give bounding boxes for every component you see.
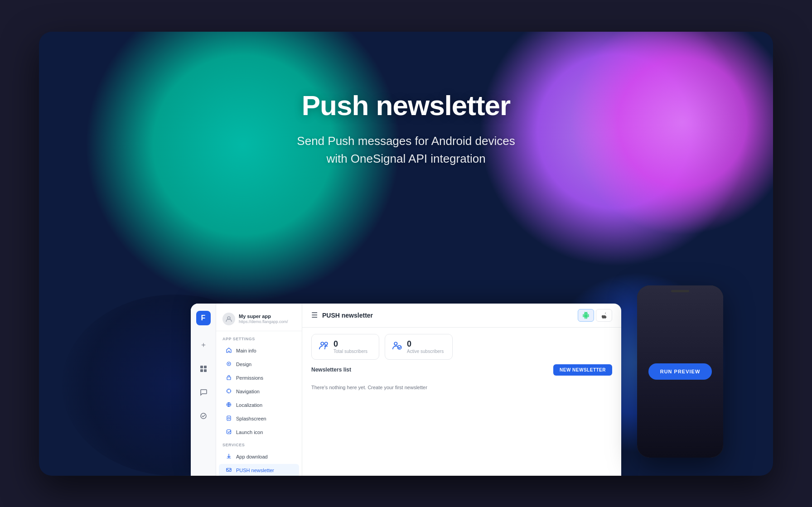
- topbar: ☰ PUSH newsletter: [302, 304, 621, 328]
- svg-rect-8: [227, 377, 231, 380]
- globe-icon: [225, 402, 232, 409]
- menu-hamburger-icon[interactable]: ☰: [311, 311, 318, 319]
- sidebar-app-info: My super app https://demo.flangapp.com/: [216, 309, 302, 331]
- compass-icon: [225, 388, 232, 395]
- nav-label-splashscreen: Splashscreen: [236, 416, 266, 421]
- sidebar-app-url: https://demo.flangapp.com/: [239, 319, 295, 324]
- add-icon[interactable]: ＋: [196, 338, 211, 352]
- svg-rect-2: [200, 369, 203, 372]
- newsletter-section: Newsletters list NEW NEWSLETTER There's …: [302, 364, 621, 476]
- sidebar-section-services: Services: [216, 441, 302, 450]
- phone-speaker: [671, 290, 689, 292]
- device-frame: Push newsletter Send Push messages for A…: [39, 32, 773, 476]
- chat-icon[interactable]: [196, 385, 211, 400]
- stats-row: 0 Total subscribers 0: [302, 328, 621, 364]
- total-subscribers-card: 0 Total subscribers: [311, 334, 379, 360]
- nav-label-app-download: App download: [236, 454, 268, 459]
- hero-title: Push newsletter: [302, 90, 510, 121]
- nav-item-push-newsletter[interactable]: PUSH newsletter: [219, 464, 299, 476]
- avatar: [222, 313, 235, 325]
- new-newsletter-button[interactable]: NEW NEWSLETTER: [553, 364, 612, 376]
- total-subscribers-number: 0: [334, 340, 367, 348]
- active-subscribers-icon: [392, 341, 402, 353]
- nav-label-navigation: Navigation: [236, 389, 260, 394]
- total-subscribers-label: Total subscribers: [334, 349, 367, 354]
- nav-item-navigation[interactable]: Navigation: [219, 385, 299, 398]
- app-logo-icon[interactable]: F: [196, 311, 211, 325]
- platform-selector: [578, 309, 612, 322]
- android-platform-button[interactable]: [578, 309, 594, 322]
- hero-section: Push newsletter Send Push messages for A…: [39, 32, 773, 227]
- lock-icon: [225, 375, 232, 381]
- svg-point-15: [321, 342, 324, 345]
- svg-point-17: [394, 342, 397, 345]
- nav-item-design[interactable]: Design: [219, 358, 299, 371]
- nav-item-main-info[interactable]: Main info: [219, 344, 299, 357]
- page-title: PUSH newsletter: [322, 312, 573, 319]
- download-icon: [225, 454, 232, 460]
- svg-rect-14: [227, 468, 231, 471]
- splashscreen-icon: [225, 415, 232, 422]
- newsletter-icon: [225, 467, 232, 474]
- nav-item-splashscreen[interactable]: Splashscreen: [219, 412, 299, 425]
- active-subscribers-number: 0: [407, 340, 444, 348]
- app-panel: F ＋: [191, 304, 621, 476]
- home-icon: [225, 348, 232, 354]
- newsletter-header: Newsletters list NEW NEWSLETTER: [311, 364, 612, 376]
- subscribers-icon: [319, 341, 329, 353]
- stat-active-info: 0 Active subscribers: [407, 340, 444, 354]
- svg-point-16: [324, 342, 327, 345]
- hero-subtitle: Send Push messages for Android devices w…: [297, 132, 515, 168]
- nav-label-push-newsletter: PUSH newsletter: [236, 468, 274, 473]
- sidebar-section-app-settings: App settings: [216, 335, 302, 344]
- sidebar-app-text: My super app https://demo.flangapp.com/: [239, 314, 295, 324]
- run-preview-button[interactable]: RUN PREVIEW: [648, 363, 712, 380]
- stat-total-info: 0 Total subscribers: [334, 340, 367, 354]
- nav-item-localization[interactable]: Localization: [219, 399, 299, 412]
- newsletter-empty-message: There's nothing here yet. Create your fi…: [311, 380, 612, 395]
- sidebar-app-name: My super app: [239, 314, 295, 319]
- sidebar-icons: F ＋: [191, 304, 216, 476]
- svg-point-7: [228, 363, 230, 364]
- nav-label-permissions: Permissions: [236, 375, 263, 381]
- sidebar-nav: My super app https://demo.flangapp.com/ …: [216, 304, 302, 476]
- phone-screen: RUN PREVIEW: [637, 285, 723, 458]
- main-content: ☰ PUSH newsletter: [302, 304, 621, 476]
- apple-platform-button[interactable]: [596, 309, 612, 322]
- svg-rect-1: [204, 366, 207, 368]
- svg-rect-3: [204, 369, 207, 372]
- active-subscribers-card: 0 Active subscribers: [385, 334, 453, 360]
- newsletters-list-title: Newsletters list: [311, 367, 351, 373]
- phone-frame: RUN PREVIEW: [637, 285, 723, 458]
- hero-subtitle-line1: Send Push messages for Android devices: [297, 134, 515, 148]
- nav-label-main-info: Main info: [236, 348, 256, 353]
- design-icon: [225, 361, 232, 368]
- svg-point-12: [228, 417, 230, 419]
- hero-subtitle-line2: with OneSignal API integration: [326, 152, 485, 165]
- nav-item-permissions[interactable]: Permissions: [219, 372, 299, 385]
- svg-rect-11: [227, 416, 231, 420]
- grid-icon[interactable]: [196, 362, 211, 376]
- launch-icon: [225, 429, 232, 436]
- activity-icon[interactable]: [196, 409, 211, 423]
- svg-rect-13: [227, 430, 231, 434]
- nav-label-localization: Localization: [236, 402, 262, 408]
- phone-mockup: RUN PREVIEW: [637, 285, 732, 476]
- nav-label-launch-icon: Launch icon: [236, 430, 263, 435]
- nav-item-app-download[interactable]: App download: [219, 450, 299, 464]
- active-subscribers-label: Active subscribers: [407, 349, 444, 354]
- nav-item-launch-icon[interactable]: Launch icon: [219, 426, 299, 439]
- svg-rect-0: [200, 366, 203, 368]
- nav-label-design: Design: [236, 362, 251, 367]
